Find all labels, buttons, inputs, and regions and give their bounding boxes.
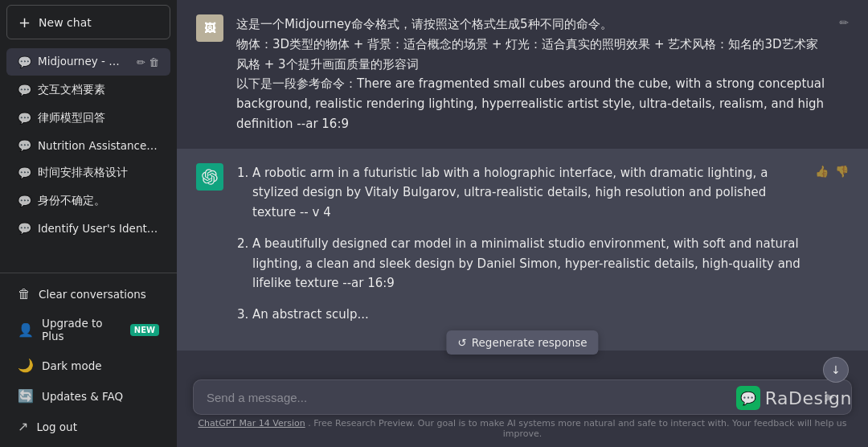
watermark: 💬 RaDesign [736,386,852,410]
thumbs-up-button[interactable]: 👍 [815,165,829,178]
logout-icon: ↗ [18,419,28,434]
user-message-actions: ✏ [839,14,849,29]
conversation-item[interactable]: 💬 时间安排表格设计 [6,159,170,187]
conv-label: Identify User's Identity. [38,222,159,235]
regenerate-label: Regenerate response [472,336,588,349]
clear-conversations-label: Clear conversations [39,288,146,301]
user-icon: 👤 [18,322,34,338]
main-content: 🖼 这是一个Midjourney命令格式，请按照这个格式生成5种不同的命令。 物… [177,0,868,447]
upgrade-label: Upgrade to Plus [42,317,122,342]
sidebar: + New chat 💬 Midjourney - 不确定此 ✏ 🗑 💬 交互文… [0,0,177,447]
user-message-line-1: 这是一个Midjourney命令格式，请按照这个格式生成5种不同的命令。 [236,14,826,35]
user-message-line-2: 物体：3D类型的物体 + 背景：适合概念的场景 + 灯光：适合真实的照明效果 +… [236,35,826,75]
user-avatar: 🖼 [196,14,223,42]
gpt-avatar [196,163,223,191]
chat-icon: 💬 [18,222,31,235]
response-item-1: A robotic arm in a futuristic lab with a… [252,163,802,223]
conversation-item[interactable]: 💬 身份不确定。 [6,187,170,215]
chevron-down-icon: ↓ [831,363,841,376]
chat-icon: 💬 [18,55,31,68]
scroll-down-button[interactable]: ↓ [823,357,849,383]
thumbs-down-button[interactable]: 👎 [835,165,849,178]
new-badge: NEW [130,324,159,336]
conversation-item[interactable]: 💬 交互文档要素 [6,76,170,104]
dark-mode-label: Dark mode [42,359,102,372]
moon-icon: 🌙 [18,358,34,373]
user-message-row: 🖼 这是一个Midjourney命令格式，请按照这个格式生成5种不同的命令。 物… [177,0,868,149]
chat-icon: 💬 [18,112,31,125]
conv-label: 时间安排表格设计 [38,166,159,180]
sidebar-bottom: 🗑 Clear conversations 👤 Upgrade to Plus … [0,273,177,447]
user-avatar-icon: 🖼 [204,22,215,35]
assistant-message-content: A robotic arm in a futuristic lab with a… [236,163,802,336]
message-input[interactable] [207,391,820,404]
conversation-item[interactable]: 💬 Identify User's Identity. [6,215,170,241]
chat-icon: 💬 [18,84,31,96]
assistant-message-actions: 👍 👎 [815,163,849,178]
new-chat-label: New chat [39,16,92,29]
conversation-item[interactable]: 💬 Midjourney - 不确定此 ✏ 🗑 [6,48,170,76]
watermark-icon: 💬 [736,386,760,410]
updates-faq-button[interactable]: 🔄 Updates & FAQ [6,381,170,411]
footer-text: ChatGPT Mar 14 Version . Free Research P… [193,415,852,442]
user-message-line-3: 以下是一段参考命令：There are fragmented small cub… [236,74,826,133]
user-message-content: 这是一个Midjourney命令格式，请按照这个格式生成5种不同的命令。 物体：… [236,14,826,134]
clear-conversations-button[interactable]: 🗑 Clear conversations [6,279,170,309]
trash-icon: 🗑 [18,286,31,301]
footer-disclaimer: . Free Research Preview. Our goal is to … [308,418,846,439]
regenerate-tooltip[interactable]: ↺ Regenerate response [446,330,598,355]
refresh-icon: 🔄 [18,388,34,404]
assistant-response-list: A robotic arm in a futuristic lab with a… [236,163,802,325]
logout-label: Log out [36,420,77,433]
updates-faq-label: Updates & FAQ [42,390,123,403]
new-chat-button[interactable]: + New chat [6,5,170,39]
regenerate-icon: ↺ [457,336,466,349]
conv-actions: ✏ 🗑 [137,56,159,68]
edit-message-button[interactable]: ✏ [839,16,849,29]
conv-label: 律师模型回答 [38,111,159,125]
conv-label: 交互文档要素 [38,83,159,97]
dark-mode-button[interactable]: 🌙 Dark mode [6,351,170,380]
footer-version-link[interactable]: ChatGPT Mar 14 Version [198,418,305,429]
conv-label: Nutrition Assistance Request [38,139,159,152]
conversation-item[interactable]: 💬 Nutrition Assistance Request [6,133,170,158]
plus-icon: + [18,14,31,31]
delete-icon[interactable]: 🗑 [149,56,159,68]
conversation-item[interactable]: 💬 律师模型回答 [6,105,170,132]
chat-icon: 💬 [18,139,31,152]
wechat-icon: 💬 [740,391,756,406]
conv-label: Midjourney - 不确定此 [38,55,130,69]
chat-icon: 💬 [18,195,31,207]
chat-messages: 🖼 这是一个Midjourney命令格式，请按照这个格式生成5种不同的命令。 物… [177,0,868,371]
conv-label: 身份不确定。 [38,194,159,208]
response-item-2: A beautifully designed car model in a mi… [252,234,802,293]
upgrade-to-plus-button[interactable]: 👤 Upgrade to Plus NEW [6,310,170,350]
response-item-3: An abstract sculp... [252,305,802,325]
assistant-message-row: A robotic arm in a futuristic lab with a… [177,149,868,351]
watermark-brand: RaDesign [765,388,852,408]
logout-button[interactable]: ↗ Log out [6,412,170,441]
chat-icon: 💬 [18,166,31,179]
conversation-list: 💬 Midjourney - 不确定此 ✏ 🗑 💬 交互文档要素 💬 律师模型回… [0,44,177,273]
edit-icon[interactable]: ✏ [137,56,145,68]
